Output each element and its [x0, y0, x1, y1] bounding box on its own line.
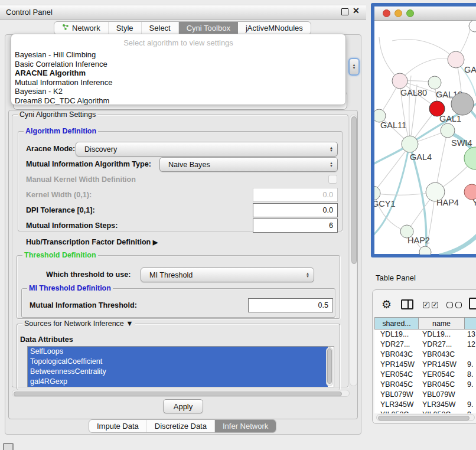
tab-infer-network[interactable]: Infer Network — [215, 420, 276, 432]
tab-cyni-toolbox[interactable]: Cyni Toolbox — [179, 22, 238, 34]
table-row[interactable]: YDR27...YDR27...12 — [374, 340, 476, 350]
table-row[interactable]: YDL19...YDL19...13 — [374, 330, 476, 340]
focused-combo-fragment[interactable]: ▲ ▼ — [348, 58, 360, 76]
table-cell[interactable]: YLR345W — [419, 400, 465, 410]
data-attribute-item[interactable]: gal4RGexp — [28, 377, 328, 387]
close-icon[interactable]: ✕ — [353, 6, 360, 15]
algorithm-option[interactable]: ARACNE Algorithm — [11, 69, 345, 78]
table-row[interactable]: YER054CYER054C8. — [374, 370, 476, 380]
minimized-panel-icon[interactable] — [3, 443, 14, 450]
float-window-icon[interactable] — [341, 8, 348, 15]
settings-hscroll-thumb[interactable] — [14, 392, 342, 396]
network-node[interactable] — [448, 51, 464, 68]
checked-checkbox-icon[interactable]: ✓ — [423, 302, 429, 308]
table-cell[interactable]: 9. — [465, 380, 476, 390]
settings-vscroll-thumb[interactable] — [351, 116, 357, 264]
collapse-arrow-icon[interactable]: ▼ — [126, 319, 133, 328]
settings-horizontal-scrollbar[interactable] — [12, 390, 350, 397]
network-node[interactable] — [374, 186, 380, 200]
checked-checkbox-icon[interactable]: ✓ — [432, 302, 438, 308]
table-hscroll-thumb[interactable] — [378, 416, 470, 420]
network-node[interactable] — [428, 76, 441, 89]
table-cell[interactable]: YDR27... — [374, 340, 419, 350]
gear-icon[interactable]: ⚙ — [382, 299, 392, 310]
hub-definition-label[interactable]: Hub/Transcription Factor Definition ▶ — [26, 238, 158, 246]
tab-select[interactable]: Select — [142, 22, 179, 34]
settings-vertical-scrollbar[interactable] — [350, 115, 357, 386]
apply-button[interactable]: Apply — [163, 399, 203, 413]
minimize-traffic-light[interactable] — [395, 9, 402, 17]
network-node[interactable] — [464, 147, 476, 169]
table-cell[interactable]: YLR345W — [374, 400, 419, 410]
table-cell[interactable]: 9. — [465, 360, 476, 370]
table-cell[interactable]: YPR145W — [419, 360, 465, 370]
table-row[interactable]: YBR045CYBR045C9. — [374, 380, 476, 390]
network-node[interactable] — [402, 136, 418, 152]
table-cell[interactable]: YDR27... — [419, 340, 465, 350]
table-cell[interactable]: 9. — [465, 410, 476, 413]
table-cell[interactable]: 12 — [465, 340, 476, 350]
tab-jactivemnodules[interactable]: jActiveMNodules — [238, 22, 311, 34]
network-canvas[interactable]: GALGAL80GAL10GAL1GAL11SWI4GAL4GCY1HAP4YH… — [374, 21, 476, 255]
network-node[interactable] — [419, 246, 431, 255]
which-threshold-select[interactable]: MI Threshold ▲▼ — [141, 268, 314, 282]
close-traffic-light[interactable] — [383, 9, 390, 17]
kernel-width-field[interactable]: 0.0 — [253, 188, 338, 202]
table-cell[interactable]: YBL079W — [419, 390, 465, 400]
tab-discretize-data[interactable]: Discretize Data — [147, 420, 215, 432]
table-cell[interactable]: YBR043C — [419, 350, 465, 360]
table-cell[interactable]: 9. — [465, 400, 476, 410]
table-cell[interactable]: YIL052C — [374, 410, 419, 413]
mi-threshold-field[interactable]: 0.5 — [248, 298, 333, 312]
manual-kernel-width-checkbox[interactable] — [328, 175, 337, 184]
data-attribute-item[interactable]: BetweennessCentrality — [28, 367, 328, 377]
algorithm-option[interactable]: Dream8 DC_TDC Algorithm — [11, 96, 345, 106]
data-attribute-item[interactable]: SelfLoops — [28, 347, 328, 357]
table-row[interactable]: YPR145WYPR145W9. — [374, 360, 476, 370]
zoom-traffic-light[interactable] — [406, 9, 414, 17]
table-row[interactable]: YBR043CYBR043C — [374, 350, 476, 360]
table-cell[interactable]: 8. — [465, 370, 476, 380]
table-row[interactable]: YBL079WYBL079W — [374, 390, 476, 400]
table-cell[interactable]: YDL19... — [374, 330, 419, 340]
algorithm-option[interactable]: Bayesian - Hill Climbing — [11, 50, 345, 60]
table-cell[interactable] — [465, 390, 476, 400]
dpi-tolerance-field[interactable]: 0.0 — [253, 203, 338, 217]
table-row[interactable]: YIL052CYIL052C9. — [374, 410, 476, 413]
mi-steps-field[interactable]: 6 — [253, 219, 338, 233]
unchecked-checkbox-icon[interactable] — [455, 302, 462, 308]
table-cell[interactable] — [465, 350, 476, 360]
table-cell[interactable]: YBR043C — [374, 350, 419, 360]
unchecked-checkbox-icon[interactable] — [446, 302, 453, 308]
table-cell[interactable]: YBR045C — [374, 380, 419, 390]
column-header-name[interactable]: name — [419, 317, 465, 330]
network-node[interactable] — [451, 93, 474, 115]
column-header-clipped[interactable] — [465, 317, 476, 330]
table-horizontal-scrollbar[interactable] — [376, 414, 475, 421]
attributes-scrollbar-thumb[interactable] — [327, 348, 332, 384]
table-cell[interactable]: YER054C — [374, 370, 419, 380]
table-cell[interactable]: YIL052C — [419, 410, 465, 413]
table-cell[interactable]: YER054C — [419, 370, 465, 380]
table-row[interactable]: YLR345WYLR345W9. — [374, 400, 476, 410]
mi-algorithm-type-select[interactable]: Naive Bayes ▲▼ — [159, 157, 338, 172]
network-node[interactable] — [441, 123, 455, 138]
split-columns-icon[interactable] — [401, 299, 413, 309]
document-icon[interactable] — [469, 298, 476, 309]
tab-network[interactable]: Network — [54, 22, 109, 34]
table-cell[interactable]: YDL19... — [419, 330, 465, 340]
table-cell[interactable]: YBL079W — [374, 390, 419, 400]
table-cell[interactable]: 13 — [465, 330, 476, 340]
algorithm-option[interactable]: Mutual Information Inference — [11, 78, 345, 87]
algorithm-option[interactable]: Bayesian - K2 — [11, 87, 345, 96]
tab-style[interactable]: Style — [109, 22, 142, 34]
data-attribute-item[interactable]: TopologicalCoefficient — [28, 357, 328, 367]
algorithm-option[interactable]: Basic Correlation Inference — [11, 60, 345, 69]
table-cell[interactable]: YPR145W — [374, 360, 419, 370]
column-header-shared[interactable]: shared... — [374, 317, 419, 330]
aracne-mode-select[interactable]: Discovery ▲▼ — [76, 142, 338, 156]
table-cell[interactable]: YBR045C — [419, 380, 465, 390]
tab-impute-data[interactable]: Impute Data — [89, 420, 147, 432]
attributes-scrollbar[interactable] — [326, 347, 333, 386]
network-node[interactable] — [392, 73, 407, 89]
